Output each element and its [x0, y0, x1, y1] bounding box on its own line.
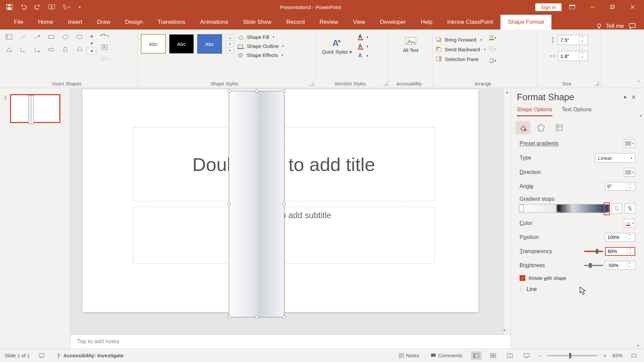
shape-rectangle-icon[interactable] — [46, 32, 57, 42]
slide-sorter-view-icon[interactable] — [488, 351, 498, 360]
redo-icon[interactable] — [32, 1, 44, 13]
selection-pane-button[interactable]: Selection Pane — [436, 56, 486, 62]
resize-handle-tr[interactable] — [282, 89, 286, 93]
resize-handle-tm[interactable] — [255, 89, 258, 93]
pane-close-icon[interactable]: ✕ — [629, 94, 638, 101]
wordart-dialog-launcher[interactable] — [383, 81, 387, 86]
resize-handle-br[interactable] — [282, 315, 286, 319]
tab-developer[interactable]: Developer — [373, 15, 414, 29]
remove-gradient-stop-icon[interactable] — [625, 203, 635, 214]
tab-draw[interactable]: Draw — [90, 15, 118, 29]
pane-scrollbar[interactable]: ▴▾ — [637, 112, 644, 349]
shape-l-icon[interactable] — [17, 44, 29, 55]
gradient-stop-2[interactable] — [557, 203, 561, 215]
shape-effects-button[interactable]: Shape Effects▾ — [237, 52, 284, 58]
gradient-stops-track[interactable] — [520, 204, 608, 213]
shape-style-gallery[interactable]: Abc Abc Abc ▴▾▾ — [141, 34, 234, 54]
tab-insert[interactable]: Insert — [61, 15, 90, 29]
shape-textbox-icon[interactable] — [3, 32, 15, 42]
zoom-slider[interactable] — [547, 355, 597, 356]
size-properties-category-icon[interactable] — [552, 121, 567, 134]
scroll-down-icon[interactable]: ▾ — [503, 326, 505, 334]
touch-mode-icon[interactable]: ▾ — [60, 1, 72, 13]
fill-line-category-icon[interactable] — [516, 121, 530, 134]
scroll-up-icon[interactable]: ▴ — [503, 88, 511, 96]
zoom-in-icon[interactable]: + — [603, 353, 606, 358]
slide-editor[interactable]: Double tap to add title Double tap to ad… — [70, 88, 511, 349]
status-language-icon[interactable] — [36, 352, 47, 360]
shapes-gallery-scroll-up[interactable]: ▴ — [87, 32, 97, 39]
shape-oval-icon[interactable] — [60, 32, 71, 42]
gradient-color-dropdown[interactable]: ▾ — [624, 219, 635, 228]
zoom-level[interactable]: 63% — [612, 353, 623, 358]
reading-view-icon[interactable] — [504, 351, 515, 360]
shape-height-input[interactable]: ▴▾ — [558, 35, 588, 45]
selected-rectangle-shape[interactable] — [229, 91, 284, 317]
tab-animations[interactable]: Animations — [193, 15, 235, 29]
edit-shape-button[interactable]: ▾ — [99, 32, 109, 40]
shape-style-2[interactable]: Abc — [169, 34, 194, 54]
qat-customize-icon[interactable]: ▾ — [74, 1, 86, 13]
shape-rounded-rect-icon[interactable] — [74, 32, 85, 42]
angle-input[interactable]: ▴▾ — [605, 182, 635, 191]
tab-review[interactable]: Review — [312, 15, 345, 29]
slideshow-view-icon[interactable] — [521, 351, 532, 360]
pane-options-icon[interactable]: ▾ — [621, 94, 629, 101]
gradient-stop-3[interactable] — [604, 203, 609, 215]
shape-outline-button[interactable]: Shape Outline▾ — [237, 43, 284, 49]
tell-me-search[interactable]: Tell me — [596, 23, 624, 29]
resize-handle-ml[interactable] — [227, 202, 231, 206]
slide-thumbnail-pane[interactable]: 1 — [0, 88, 70, 349]
tab-view[interactable]: View — [345, 15, 373, 29]
tab-home[interactable]: Home — [31, 15, 60, 29]
tab-slideshow[interactable]: Slide Show — [236, 15, 279, 29]
shape-l-arrow-icon[interactable] — [32, 44, 43, 55]
maximize-icon[interactable] — [603, 0, 622, 14]
rotate-button[interactable]: ▾ — [488, 57, 497, 64]
slide-vertical-scrollbar[interactable]: ▴ ▾ ⏶⏷ — [503, 88, 511, 349]
tab-classpoint[interactable]: Inknoe ClassPoint — [440, 15, 500, 29]
merge-shapes-button[interactable]: ▾ — [99, 54, 109, 63]
resize-handle-bm[interactable] — [255, 315, 258, 319]
comments-pane-icon[interactable] — [629, 23, 636, 29]
tab-design[interactable]: Design — [118, 15, 150, 29]
brightness-input[interactable]: ▴▾ — [605, 261, 635, 270]
shape-arrow-down-icon[interactable] — [60, 44, 71, 55]
status-accessibility[interactable]: Accessibility: Investigate — [53, 351, 126, 360]
sign-in-button[interactable]: Sign in — [535, 3, 561, 11]
shape-line-arrow-icon[interactable] — [32, 32, 43, 42]
pane-tab-shape-options[interactable]: Shape Options — [517, 107, 552, 116]
alt-text-button[interactable]: Alt Text — [392, 34, 429, 55]
status-notes-button[interactable]: Notes — [396, 351, 422, 360]
shape-style-3[interactable]: Abc — [197, 34, 222, 54]
tab-record[interactable]: Record — [279, 15, 312, 29]
align-button[interactable]: ▾ — [488, 34, 497, 42]
shape-cloud-icon[interactable] — [74, 44, 85, 55]
fit-to-window-icon[interactable] — [629, 351, 639, 360]
undo-icon[interactable] — [17, 1, 30, 13]
tab-transitions[interactable]: Transitions — [150, 15, 193, 29]
status-comments-button[interactable]: Comments — [428, 351, 465, 360]
close-icon[interactable] — [623, 0, 642, 14]
text-fill-button[interactable]: A▾ — [357, 34, 368, 40]
shapes-gallery-scroll-down[interactable]: ▾ — [87, 39, 97, 47]
gradient-type-dropdown[interactable]: Linear▾ — [595, 153, 635, 163]
preset-gradients-dropdown[interactable]: ▾ — [624, 139, 635, 148]
pane-tab-text-options[interactable]: Text Options — [562, 107, 592, 116]
transparency-input[interactable]: ▴▾ — [605, 247, 635, 256]
shape-width-input[interactable]: ▴▾ — [558, 51, 588, 61]
text-effects-button[interactable]: A▾ — [357, 52, 368, 59]
shapes-gallery-more[interactable]: ▾ — [87, 47, 97, 55]
minimize-icon[interactable] — [583, 0, 602, 14]
tab-file[interactable]: File — [7, 15, 31, 29]
slide-thumbnail-1[interactable] — [10, 94, 60, 123]
send-backward-button[interactable]: Send Backward▾ — [436, 47, 486, 52]
text-box-button[interactable]: A — [99, 43, 109, 52]
add-gradient-stop-icon[interactable]: + — [611, 203, 622, 214]
bring-forward-button[interactable]: Bring Forward▾ — [436, 37, 486, 43]
ribbon-display-icon[interactable] — [563, 0, 582, 14]
slide-canvas[interactable]: Double tap to add title Double tap to ad… — [83, 89, 478, 312]
notes-pane[interactable]: Tap to add notes — [70, 335, 511, 349]
shape-triangle-icon[interactable] — [3, 44, 15, 55]
shape-fill-button[interactable]: Shape Fill▾ — [237, 34, 284, 40]
